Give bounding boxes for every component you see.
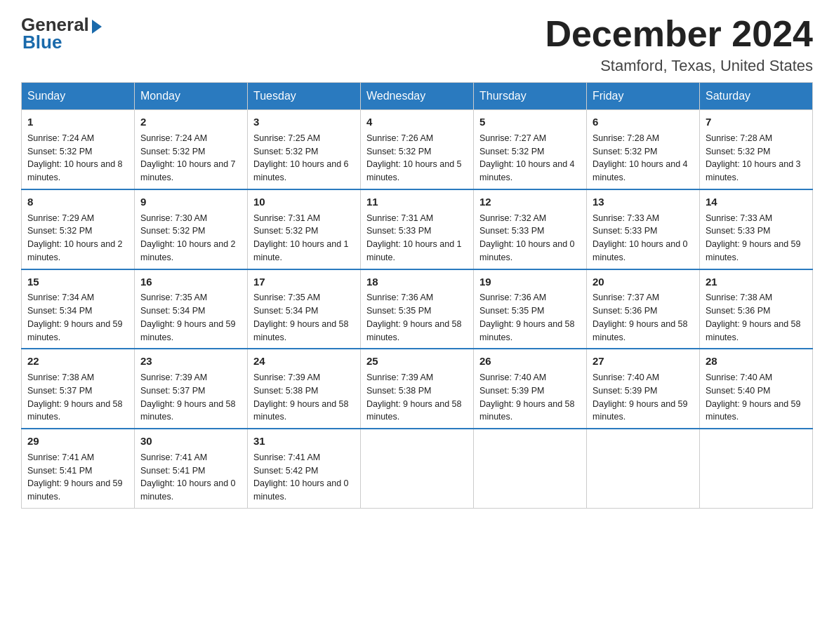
day-number: 18 <box>366 274 468 290</box>
calendar-week-row: 1 Sunrise: 7:24 AMSunset: 5:32 PMDayligh… <box>22 110 813 189</box>
day-info: Sunrise: 7:41 AMSunset: 5:41 PMDaylight:… <box>27 451 128 504</box>
day-info: Sunrise: 7:40 AMSunset: 5:39 PMDaylight:… <box>593 371 694 424</box>
day-info: Sunrise: 7:28 AMSunset: 5:32 PMDaylight:… <box>593 132 694 185</box>
calendar-day-cell: 16 Sunrise: 7:35 AMSunset: 5:34 PMDaylig… <box>135 269 248 349</box>
day-of-week-header: Monday <box>135 83 248 110</box>
calendar-day-cell: 31 Sunrise: 7:41 AMSunset: 5:42 PMDaylig… <box>248 429 361 508</box>
calendar-day-cell: 9 Sunrise: 7:30 AMSunset: 5:32 PMDayligh… <box>135 189 248 269</box>
day-info: Sunrise: 7:24 AMSunset: 5:32 PMDaylight:… <box>140 132 241 185</box>
logo-arrow-icon <box>92 20 102 34</box>
month-title: December 2024 <box>545 14 813 54</box>
day-number: 31 <box>253 434 355 449</box>
calendar-day-cell: 25 Sunrise: 7:39 AMSunset: 5:38 PMDaylig… <box>361 349 474 429</box>
calendar-week-row: 15 Sunrise: 7:34 AMSunset: 5:34 PMDaylig… <box>22 269 813 349</box>
calendar-table: SundayMondayTuesdayWednesdayThursdayFrid… <box>21 82 813 509</box>
day-number: 5 <box>479 114 581 130</box>
day-info: Sunrise: 7:39 AMSunset: 5:38 PMDaylight:… <box>366 371 468 424</box>
day-info: Sunrise: 7:31 AMSunset: 5:33 PMDaylight:… <box>366 212 468 264</box>
calendar-day-cell: 8 Sunrise: 7:29 AMSunset: 5:32 PMDayligh… <box>22 189 135 269</box>
calendar-day-cell: 7 Sunrise: 7:28 AMSunset: 5:32 PMDayligh… <box>700 110 813 189</box>
day-info: Sunrise: 7:39 AMSunset: 5:37 PMDaylight:… <box>140 371 241 424</box>
day-number: 23 <box>140 354 241 369</box>
calendar-day-cell: 28 Sunrise: 7:40 AMSunset: 5:40 PMDaylig… <box>700 349 813 429</box>
calendar-day-cell: 27 Sunrise: 7:40 AMSunset: 5:39 PMDaylig… <box>587 349 700 429</box>
day-info: Sunrise: 7:24 AMSunset: 5:32 PMDaylight:… <box>27 132 128 185</box>
calendar-day-cell: 29 Sunrise: 7:41 AMSunset: 5:41 PMDaylig… <box>22 429 135 508</box>
day-info: Sunrise: 7:37 AMSunset: 5:36 PMDaylight:… <box>593 291 694 344</box>
day-number: 6 <box>593 114 694 130</box>
day-number: 12 <box>479 194 581 210</box>
calendar-day-cell: 21 Sunrise: 7:38 AMSunset: 5:36 PMDaylig… <box>700 269 813 349</box>
calendar-day-cell: 13 Sunrise: 7:33 AMSunset: 5:33 PMDaylig… <box>587 189 700 269</box>
day-info: Sunrise: 7:35 AMSunset: 5:34 PMDaylight:… <box>140 291 241 344</box>
day-number: 9 <box>140 194 241 210</box>
day-info: Sunrise: 7:25 AMSunset: 5:32 PMDaylight:… <box>253 132 355 185</box>
day-of-week-header: Saturday <box>700 83 813 110</box>
day-info: Sunrise: 7:29 AMSunset: 5:32 PMDaylight:… <box>27 212 128 264</box>
day-info: Sunrise: 7:35 AMSunset: 5:34 PMDaylight:… <box>253 291 355 344</box>
day-of-week-header: Wednesday <box>361 83 474 110</box>
page-header: General Blue December 2024 Stamford, Tex… <box>21 14 813 75</box>
day-number: 26 <box>479 354 581 369</box>
day-number: 29 <box>27 434 128 449</box>
day-number: 27 <box>593 354 694 369</box>
calendar-day-cell: 10 Sunrise: 7:31 AMSunset: 5:32 PMDaylig… <box>248 189 361 269</box>
day-of-week-header: Thursday <box>474 83 587 110</box>
day-number: 25 <box>366 354 468 369</box>
calendar-day-cell: 26 Sunrise: 7:40 AMSunset: 5:39 PMDaylig… <box>474 349 587 429</box>
day-number: 10 <box>253 194 355 210</box>
day-of-week-header: Sunday <box>22 83 135 110</box>
calendar-day-cell: 1 Sunrise: 7:24 AMSunset: 5:32 PMDayligh… <box>22 110 135 189</box>
calendar-day-cell: 5 Sunrise: 7:27 AMSunset: 5:32 PMDayligh… <box>474 110 587 189</box>
day-info: Sunrise: 7:40 AMSunset: 5:39 PMDaylight:… <box>479 371 581 424</box>
day-number: 15 <box>27 274 128 290</box>
day-info: Sunrise: 7:27 AMSunset: 5:32 PMDaylight:… <box>479 132 581 185</box>
day-number: 28 <box>706 354 807 369</box>
day-number: 7 <box>706 114 807 130</box>
calendar-day-cell <box>474 429 587 508</box>
calendar-week-row: 29 Sunrise: 7:41 AMSunset: 5:41 PMDaylig… <box>22 429 813 508</box>
calendar-day-cell: 17 Sunrise: 7:35 AMSunset: 5:34 PMDaylig… <box>248 269 361 349</box>
day-of-week-header: Friday <box>587 83 700 110</box>
day-info: Sunrise: 7:34 AMSunset: 5:34 PMDaylight:… <box>27 291 128 344</box>
day-info: Sunrise: 7:33 AMSunset: 5:33 PMDaylight:… <box>706 212 807 264</box>
day-info: Sunrise: 7:41 AMSunset: 5:41 PMDaylight:… <box>140 451 241 504</box>
calendar-day-cell: 14 Sunrise: 7:33 AMSunset: 5:33 PMDaylig… <box>700 189 813 269</box>
calendar-day-cell <box>587 429 700 508</box>
day-info: Sunrise: 7:30 AMSunset: 5:32 PMDaylight:… <box>140 212 241 264</box>
day-number: 30 <box>140 434 241 449</box>
title-section: December 2024 Stamford, Texas, United St… <box>545 14 813 75</box>
day-number: 2 <box>140 114 241 130</box>
day-info: Sunrise: 7:38 AMSunset: 5:37 PMDaylight:… <box>27 371 128 424</box>
day-of-week-header: Tuesday <box>248 83 361 110</box>
calendar-day-cell: 6 Sunrise: 7:28 AMSunset: 5:32 PMDayligh… <box>587 110 700 189</box>
calendar-day-cell: 24 Sunrise: 7:39 AMSunset: 5:38 PMDaylig… <box>248 349 361 429</box>
day-number: 4 <box>366 114 468 130</box>
day-info: Sunrise: 7:33 AMSunset: 5:33 PMDaylight:… <box>593 212 694 264</box>
day-number: 19 <box>479 274 581 290</box>
calendar-week-row: 22 Sunrise: 7:38 AMSunset: 5:37 PMDaylig… <box>22 349 813 429</box>
calendar-week-row: 8 Sunrise: 7:29 AMSunset: 5:32 PMDayligh… <box>22 189 813 269</box>
day-number: 3 <box>253 114 355 130</box>
day-info: Sunrise: 7:41 AMSunset: 5:42 PMDaylight:… <box>253 451 355 504</box>
day-number: 24 <box>253 354 355 369</box>
logo-blue-text: Blue <box>22 32 62 53</box>
day-number: 14 <box>706 194 807 210</box>
day-info: Sunrise: 7:32 AMSunset: 5:33 PMDaylight:… <box>479 212 581 264</box>
day-info: Sunrise: 7:36 AMSunset: 5:35 PMDaylight:… <box>479 291 581 344</box>
calendar-day-cell: 15 Sunrise: 7:34 AMSunset: 5:34 PMDaylig… <box>22 269 135 349</box>
day-number: 8 <box>27 194 128 210</box>
calendar-day-cell: 22 Sunrise: 7:38 AMSunset: 5:37 PMDaylig… <box>22 349 135 429</box>
day-number: 16 <box>140 274 241 290</box>
day-info: Sunrise: 7:26 AMSunset: 5:32 PMDaylight:… <box>366 132 468 185</box>
calendar-day-cell: 23 Sunrise: 7:39 AMSunset: 5:37 PMDaylig… <box>135 349 248 429</box>
day-number: 11 <box>366 194 468 210</box>
day-number: 20 <box>593 274 694 290</box>
calendar-day-cell: 20 Sunrise: 7:37 AMSunset: 5:36 PMDaylig… <box>587 269 700 349</box>
day-number: 17 <box>253 274 355 290</box>
calendar-header-row: SundayMondayTuesdayWednesdayThursdayFrid… <box>22 83 813 110</box>
calendar-day-cell: 2 Sunrise: 7:24 AMSunset: 5:32 PMDayligh… <box>135 110 248 189</box>
calendar-day-cell: 30 Sunrise: 7:41 AMSunset: 5:41 PMDaylig… <box>135 429 248 508</box>
location-text: Stamford, Texas, United States <box>545 57 813 75</box>
calendar-day-cell <box>700 429 813 508</box>
